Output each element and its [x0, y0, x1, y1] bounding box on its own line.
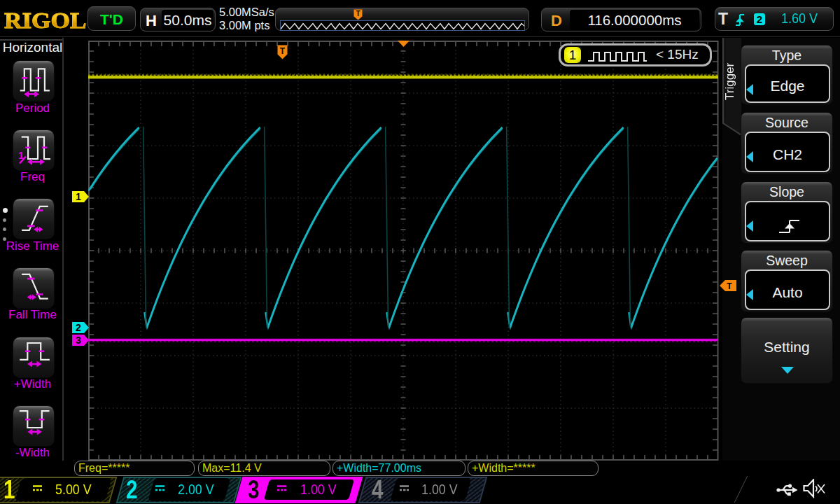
svg-text:T: T	[356, 10, 360, 18]
svg-text:1: 1	[76, 191, 81, 202]
svg-text:T: T	[727, 281, 732, 291]
svg-text:3: 3	[76, 335, 81, 346]
svg-text:T: T	[280, 46, 286, 56]
svg-text:2: 2	[76, 322, 81, 333]
